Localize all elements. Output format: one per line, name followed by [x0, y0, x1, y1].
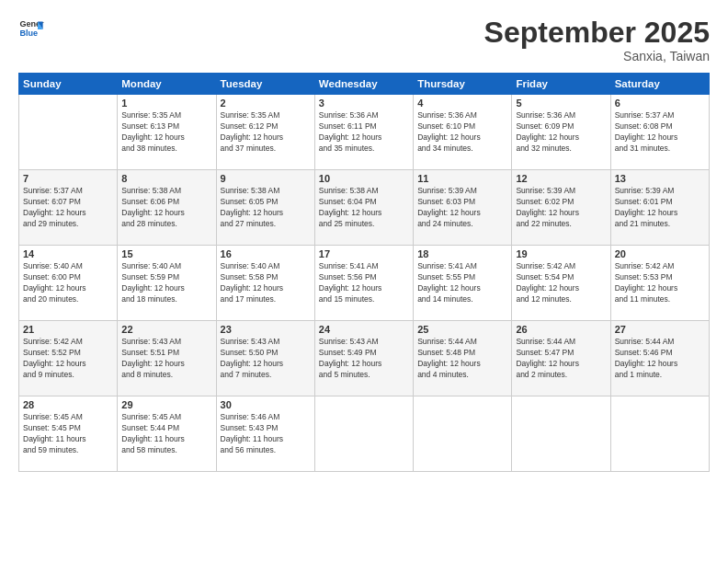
col-thursday: Thursday [414, 74, 512, 95]
day-info: Sunrise: 5:44 AM Sunset: 5:47 PM Dayligh… [516, 337, 606, 381]
calendar-header-row: Sunday Monday Tuesday Wednesday Thursday… [19, 74, 710, 95]
day-info: Sunrise: 5:36 AM Sunset: 6:10 PM Dayligh… [417, 110, 507, 155]
day-info: Sunrise: 5:45 AM Sunset: 5:45 PM Dayligh… [23, 412, 113, 456]
logo-icon: General Blue [18, 17, 44, 42]
table-row [314, 396, 413, 472]
day-number: 24 [319, 324, 409, 335]
day-number: 25 [417, 324, 507, 335]
day-number: 2 [221, 98, 311, 109]
table-row: 21Sunrise: 5:42 AM Sunset: 5:52 PM Dayli… [19, 321, 118, 396]
day-number: 14 [23, 248, 113, 259]
col-sunday: Sunday [19, 74, 118, 95]
day-number: 28 [23, 399, 113, 410]
table-row [610, 396, 709, 472]
day-number: 17 [319, 248, 409, 259]
table-row: 10Sunrise: 5:38 AM Sunset: 6:04 PM Dayli… [314, 170, 413, 246]
table-row: 17Sunrise: 5:41 AM Sunset: 5:56 PM Dayli… [314, 246, 413, 321]
table-row [19, 95, 118, 170]
col-tuesday: Tuesday [216, 74, 314, 95]
day-number: 5 [516, 98, 606, 109]
table-row: 7Sunrise: 5:37 AM Sunset: 6:07 PM Daylig… [19, 170, 118, 246]
table-row: 3Sunrise: 5:36 AM Sunset: 6:11 PM Daylig… [314, 95, 413, 170]
day-info: Sunrise: 5:40 AM Sunset: 5:58 PM Dayligh… [221, 261, 311, 305]
table-row: 29Sunrise: 5:45 AM Sunset: 5:44 PM Dayli… [118, 396, 216, 472]
svg-text:Blue: Blue [19, 29, 38, 38]
day-number: 22 [121, 324, 211, 335]
day-number: 11 [417, 173, 507, 184]
table-row: 24Sunrise: 5:43 AM Sunset: 5:49 PM Dayli… [314, 321, 413, 396]
table-row: 13Sunrise: 5:39 AM Sunset: 6:01 PM Dayli… [610, 170, 709, 246]
col-monday: Monday [118, 74, 216, 95]
day-info: Sunrise: 5:37 AM Sunset: 6:07 PM Dayligh… [23, 186, 113, 230]
day-info: Sunrise: 5:43 AM Sunset: 5:50 PM Dayligh… [221, 337, 311, 381]
day-info: Sunrise: 5:38 AM Sunset: 6:06 PM Dayligh… [121, 186, 211, 230]
day-info: Sunrise: 5:46 AM Sunset: 5:43 PM Dayligh… [221, 412, 311, 456]
day-number: 7 [23, 173, 113, 184]
table-row: 28Sunrise: 5:45 AM Sunset: 5:45 PM Dayli… [19, 396, 118, 472]
day-number: 12 [516, 173, 606, 184]
table-row: 20Sunrise: 5:42 AM Sunset: 5:53 PM Dayli… [610, 246, 709, 321]
table-row: 27Sunrise: 5:44 AM Sunset: 5:46 PM Dayli… [610, 321, 709, 396]
table-row: 23Sunrise: 5:43 AM Sunset: 5:50 PM Dayli… [216, 321, 314, 396]
calendar-week-row: 21Sunrise: 5:42 AM Sunset: 5:52 PM Dayli… [19, 321, 710, 396]
table-row: 15Sunrise: 5:40 AM Sunset: 5:59 PM Dayli… [118, 246, 216, 321]
day-info: Sunrise: 5:42 AM Sunset: 5:54 PM Dayligh… [516, 261, 606, 305]
table-row: 18Sunrise: 5:41 AM Sunset: 5:55 PM Dayli… [414, 246, 512, 321]
day-info: Sunrise: 5:43 AM Sunset: 5:49 PM Dayligh… [319, 337, 409, 381]
table-row: 2Sunrise: 5:35 AM Sunset: 6:12 PM Daylig… [216, 95, 314, 170]
table-row: 30Sunrise: 5:46 AM Sunset: 5:43 PM Dayli… [216, 396, 314, 472]
day-number: 3 [319, 98, 409, 109]
table-row: 26Sunrise: 5:44 AM Sunset: 5:47 PM Dayli… [512, 321, 610, 396]
location-subtitle: Sanxia, Taiwan [484, 49, 710, 63]
day-info: Sunrise: 5:35 AM Sunset: 6:13 PM Dayligh… [121, 110, 211, 155]
col-saturday: Saturday [610, 74, 709, 95]
table-row [512, 396, 610, 472]
calendar-week-row: 14Sunrise: 5:40 AM Sunset: 6:00 PM Dayli… [19, 246, 710, 321]
day-info: Sunrise: 5:39 AM Sunset: 6:02 PM Dayligh… [516, 186, 606, 230]
day-number: 30 [221, 399, 311, 410]
table-row: 19Sunrise: 5:42 AM Sunset: 5:54 PM Dayli… [512, 246, 610, 321]
table-row: 6Sunrise: 5:37 AM Sunset: 6:08 PM Daylig… [610, 95, 709, 170]
table-row: 16Sunrise: 5:40 AM Sunset: 5:58 PM Dayli… [216, 246, 314, 321]
day-number: 19 [516, 248, 606, 259]
day-info: Sunrise: 5:39 AM Sunset: 6:01 PM Dayligh… [615, 186, 705, 230]
day-number: 18 [417, 248, 507, 259]
table-row: 9Sunrise: 5:38 AM Sunset: 6:05 PM Daylig… [216, 170, 314, 246]
calendar-week-row: 28Sunrise: 5:45 AM Sunset: 5:45 PM Dayli… [19, 396, 710, 472]
day-info: Sunrise: 5:37 AM Sunset: 6:08 PM Dayligh… [615, 110, 705, 155]
day-number: 8 [121, 173, 211, 184]
table-row: 22Sunrise: 5:43 AM Sunset: 5:51 PM Dayli… [118, 321, 216, 396]
table-row: 4Sunrise: 5:36 AM Sunset: 6:10 PM Daylig… [414, 95, 512, 170]
col-wednesday: Wednesday [314, 74, 413, 95]
table-row: 5Sunrise: 5:36 AM Sunset: 6:09 PM Daylig… [512, 95, 610, 170]
calendar-table: Sunday Monday Tuesday Wednesday Thursday… [18, 73, 710, 472]
calendar-week-row: 7Sunrise: 5:37 AM Sunset: 6:07 PM Daylig… [19, 170, 710, 246]
table-row [414, 396, 512, 472]
day-info: Sunrise: 5:45 AM Sunset: 5:44 PM Dayligh… [121, 412, 211, 456]
day-info: Sunrise: 5:39 AM Sunset: 6:03 PM Dayligh… [417, 186, 507, 230]
day-info: Sunrise: 5:38 AM Sunset: 6:04 PM Dayligh… [319, 186, 409, 230]
day-info: Sunrise: 5:42 AM Sunset: 5:53 PM Dayligh… [615, 261, 705, 305]
table-row: 11Sunrise: 5:39 AM Sunset: 6:03 PM Dayli… [414, 170, 512, 246]
day-number: 29 [121, 399, 211, 410]
table-row: 1Sunrise: 5:35 AM Sunset: 6:13 PM Daylig… [118, 95, 216, 170]
day-info: Sunrise: 5:41 AM Sunset: 5:55 PM Dayligh… [417, 261, 507, 305]
day-number: 4 [417, 98, 507, 109]
day-info: Sunrise: 5:42 AM Sunset: 5:52 PM Dayligh… [23, 337, 113, 381]
page-header: General Blue September 2025 Sanxia, Taiw… [18, 17, 710, 63]
day-info: Sunrise: 5:36 AM Sunset: 6:11 PM Dayligh… [319, 110, 409, 155]
day-number: 10 [319, 173, 409, 184]
col-friday: Friday [512, 74, 610, 95]
day-info: Sunrise: 5:40 AM Sunset: 5:59 PM Dayligh… [121, 261, 211, 305]
month-title: September 2025 [484, 17, 710, 49]
day-info: Sunrise: 5:40 AM Sunset: 6:00 PM Dayligh… [23, 261, 113, 305]
table-row: 8Sunrise: 5:38 AM Sunset: 6:06 PM Daylig… [118, 170, 216, 246]
table-row: 12Sunrise: 5:39 AM Sunset: 6:02 PM Dayli… [512, 170, 610, 246]
day-number: 15 [121, 248, 211, 259]
day-number: 1 [121, 98, 211, 109]
day-number: 27 [615, 324, 705, 335]
day-info: Sunrise: 5:38 AM Sunset: 6:05 PM Dayligh… [221, 186, 311, 230]
day-number: 6 [615, 98, 705, 109]
day-number: 13 [615, 173, 705, 184]
day-info: Sunrise: 5:44 AM Sunset: 5:46 PM Dayligh… [615, 337, 705, 381]
